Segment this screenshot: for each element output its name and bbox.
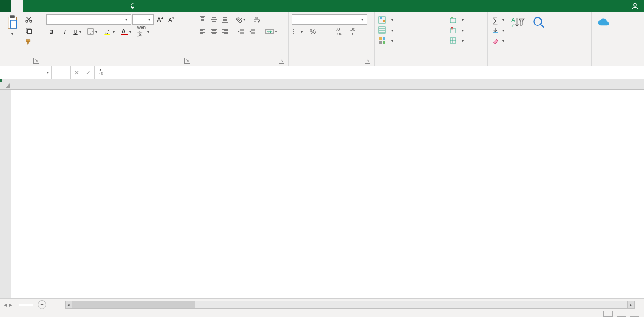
chevron-down-icon: ▾	[460, 39, 465, 43]
clear-button[interactable]: ▾	[491, 36, 507, 45]
fill-down-icon	[492, 26, 499, 34]
cells-area[interactable]	[11, 90, 644, 298]
svg-rect-14	[380, 17, 382, 19]
menu-tell-me[interactable]	[125, 0, 143, 12]
insert-function-button[interactable]: fx	[95, 66, 108, 79]
fill-color-button[interactable]: ▾	[103, 26, 117, 37]
align-middle-button[interactable]	[209, 14, 219, 25]
decrease-font-button[interactable]: A▾	[166, 14, 176, 25]
conditional-format-button[interactable]: ▾	[377, 15, 395, 25]
format-painter-button[interactable]	[24, 37, 34, 47]
autosum-button[interactable]: ∑▾	[491, 15, 507, 25]
cut-button[interactable]	[24, 14, 34, 25]
align-top-button[interactable]	[197, 14, 208, 25]
table-format-button[interactable]: ▾	[377, 25, 395, 35]
sheet-tab[interactable]	[19, 304, 33, 306]
font-size-combo[interactable]: ▾	[132, 14, 154, 25]
increase-indent-button[interactable]	[247, 26, 258, 37]
align-center-button[interactable]	[209, 26, 219, 37]
font-launcher[interactable]: ↘	[184, 58, 190, 64]
align-top-icon	[199, 16, 206, 23]
fill-button[interactable]: ▾	[491, 25, 507, 35]
orientation-button[interactable]: ab▾	[236, 14, 246, 25]
chevron-down-icon: ▾	[390, 28, 394, 33]
name-box[interactable]: ▾	[0, 66, 52, 79]
copy-button[interactable]	[24, 25, 34, 36]
menu-review[interactable]	[68, 0, 79, 12]
align-bottom-button[interactable]	[220, 14, 230, 25]
align-right-button[interactable]	[220, 26, 230, 37]
alignment-launcher[interactable]: ↘	[279, 58, 284, 64]
percent-button[interactable]: %	[308, 26, 318, 37]
phonetic-button[interactable]: wén文 ▾	[137, 26, 151, 37]
save-baidu-button[interactable]	[594, 14, 613, 32]
chevron-down-icon: ▾	[10, 32, 15, 36]
column-headers	[11, 79, 644, 90]
view-normal-button[interactable]	[603, 311, 613, 317]
view-page-layout-button[interactable]	[617, 311, 626, 317]
sheet-nav-first[interactable]: ◂	[4, 301, 7, 308]
scroll-thumb[interactable]	[72, 301, 195, 308]
menu-file[interactable]	[0, 0, 11, 12]
sort-filter-button[interactable]: AZ	[509, 14, 527, 32]
sort-filter-icon: AZ	[510, 15, 526, 30]
sheet-nav-next[interactable]: ▸	[9, 301, 12, 308]
borders-button[interactable]: ▾	[86, 26, 100, 37]
align-left-button[interactable]	[197, 26, 208, 37]
increase-font-button[interactable]: A▴	[155, 14, 165, 25]
cancel-formula-button[interactable]: ✕	[75, 69, 79, 76]
chevron-down-icon: ▾	[360, 17, 365, 22]
number-format-combo[interactable]: ▾	[292, 14, 367, 25]
font-color-button[interactable]: A ▾	[120, 26, 134, 37]
cloud-icon	[596, 15, 611, 30]
menu-formulas[interactable]	[45, 0, 57, 12]
decrease-indent-button[interactable]	[236, 26, 246, 37]
format-cells-button[interactable]: ▾	[448, 36, 466, 45]
menu-data[interactable]	[57, 0, 68, 12]
clipboard-launcher[interactable]: ↘	[33, 58, 39, 64]
menu-baidu[interactable]	[113, 0, 125, 12]
font-name-combo[interactable]: ▾	[46, 14, 131, 25]
italic-button[interactable]: I	[59, 26, 70, 37]
menu-help[interactable]	[91, 0, 102, 12]
insert-cells-button[interactable]: ▾	[448, 15, 466, 25]
bold-icon: B	[49, 28, 53, 35]
chevron-down-icon: ▾	[146, 30, 151, 34]
accept-formula-button[interactable]: ✓	[86, 69, 91, 76]
bulb-icon	[129, 3, 136, 9]
delete-cells-button[interactable]: ▾	[448, 25, 466, 35]
scroll-left-button[interactable]: ◂	[66, 301, 72, 308]
find-select-button[interactable]	[529, 14, 548, 32]
check-icon: ✓	[86, 69, 91, 76]
formula-input[interactable]	[108, 66, 644, 79]
menu-page-layout[interactable]	[34, 0, 45, 12]
svg-text:ab: ab	[255, 17, 258, 19]
view-page-break-button[interactable]	[630, 311, 639, 317]
table-format-icon	[378, 26, 386, 34]
horizontal-scrollbar[interactable]: ◂ ▸	[65, 301, 635, 309]
menu-insert[interactable]	[23, 0, 34, 12]
number-launcher[interactable]: ↘	[365, 58, 370, 64]
paste-button[interactable]: ▾	[3, 14, 22, 37]
increase-decimal-button[interactable]: .0.00	[334, 26, 344, 37]
underline-button[interactable]: U▾	[73, 26, 83, 37]
merge-center-button[interactable]: ▾	[263, 26, 280, 37]
bold-button[interactable]: B	[46, 26, 57, 37]
decrease-decimal-button[interactable]: .00.0	[347, 26, 358, 37]
align-right-icon	[222, 28, 228, 35]
scroll-right-button[interactable]: ▸	[627, 301, 634, 308]
menu-home[interactable]	[11, 0, 23, 12]
cell-styles-button[interactable]: ▾	[377, 36, 395, 45]
menu-view[interactable]	[79, 0, 91, 12]
menu-wps-pdf[interactable]	[102, 0, 113, 12]
svg-rect-23	[450, 29, 456, 33]
add-sheet-button[interactable]: +	[38, 300, 46, 309]
spreadsheet-grid[interactable]	[0, 79, 644, 298]
wrap-text-button[interactable]: ab	[252, 14, 263, 25]
comma-button[interactable]: ,	[321, 26, 331, 37]
account-icon[interactable]	[626, 0, 644, 12]
accounting-format-button[interactable]: ₿▾	[292, 26, 305, 37]
select-all-corner[interactable]	[0, 79, 11, 90]
svg-rect-22	[451, 17, 453, 18]
chevron-down-icon: ▾	[501, 39, 506, 43]
